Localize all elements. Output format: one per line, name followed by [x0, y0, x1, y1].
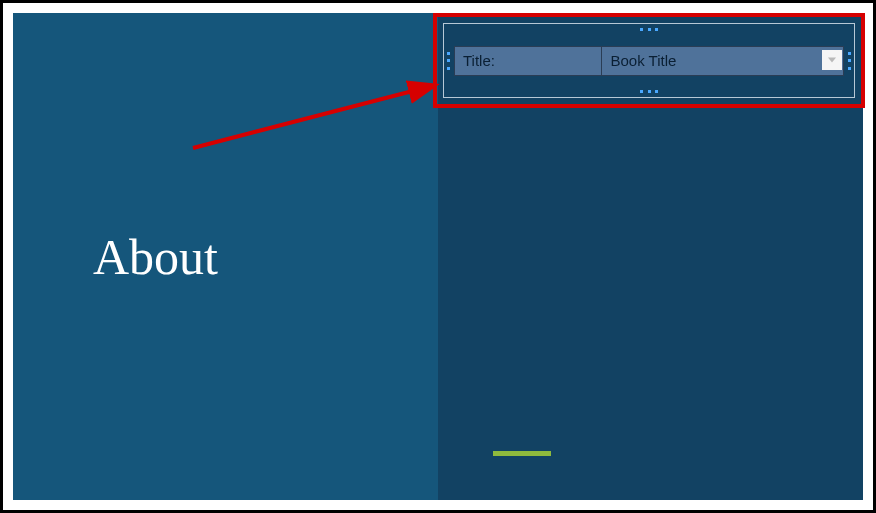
- table-row[interactable]: Title: Book Title: [454, 46, 844, 76]
- table-cell-label[interactable]: Title:: [455, 47, 602, 75]
- cell-label-text: Title:: [463, 52, 495, 69]
- selection-handle-right[interactable]: [848, 52, 851, 70]
- annotation-highlight-box: Title: Book Title: [433, 13, 865, 108]
- accent-line: [493, 451, 551, 456]
- cell-value-text: Book Title: [610, 52, 676, 69]
- page-container: About Title: Book Title: [13, 13, 863, 500]
- table-cell-value[interactable]: Book Title: [602, 47, 843, 75]
- table-selection-frame[interactable]: Title: Book Title: [443, 23, 855, 98]
- selection-handle-bottom[interactable]: [640, 90, 658, 93]
- left-panel: About: [13, 13, 438, 500]
- selection-handle-top[interactable]: [640, 28, 658, 31]
- right-panel: Title: Book Title: [438, 13, 863, 500]
- selection-handle-left[interactable]: [447, 52, 450, 70]
- about-heading: About: [93, 228, 218, 286]
- chevron-down-icon: [828, 57, 836, 63]
- svg-marker-0: [828, 57, 836, 62]
- dropdown-button[interactable]: [822, 50, 842, 70]
